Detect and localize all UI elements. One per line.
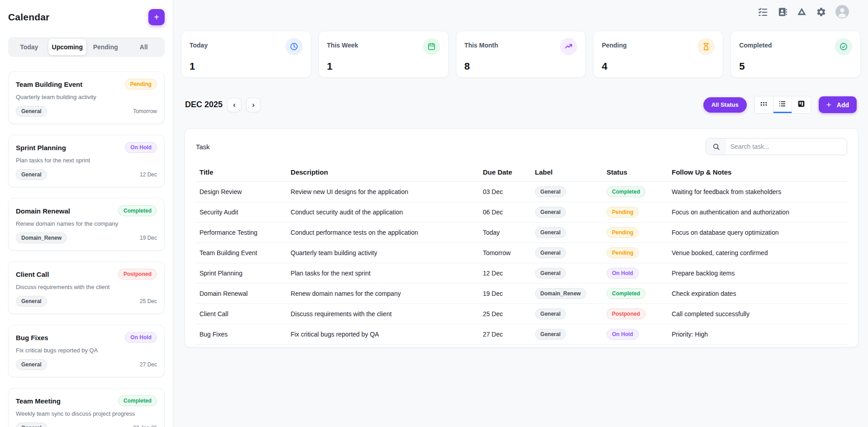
- cell-notes: Call completed successfully: [668, 304, 847, 324]
- settings-gear-icon[interactable]: [816, 7, 826, 17]
- task-title: Team Building Event: [16, 81, 82, 88]
- status-badge: On Hold: [125, 332, 157, 343]
- table-row[interactable]: Domain Renewal Renew domain names for th…: [196, 284, 847, 304]
- stat-card-today: Today 1: [181, 31, 311, 78]
- card-top-row: Team Building Event Pending: [16, 79, 157, 90]
- plus-icon: +: [826, 100, 831, 110]
- cell-description: Plan tasks for the next sprint: [287, 263, 479, 284]
- stat-card-pending: Pending 4: [593, 31, 723, 78]
- task-table-body: Design Review Review new UI designs for …: [196, 182, 847, 345]
- kanban-view-button[interactable]: [792, 96, 811, 113]
- sidebar-add-task-button[interactable]: +: [148, 9, 165, 25]
- status-badge: Postponed: [118, 269, 157, 280]
- plus-icon: +: [154, 12, 159, 23]
- table-row[interactable]: Sprint Planning Plan tasks for the next …: [196, 263, 847, 284]
- cell-title: Bug Fixes: [196, 324, 287, 345]
- stat-label: Today: [190, 42, 208, 49]
- task-date: 23 Jan 26: [133, 425, 157, 427]
- table-row[interactable]: Client Call Discuss requirements with th…: [196, 304, 847, 324]
- status-badge: Postponed: [607, 308, 645, 319]
- column-header-due-date: Due Date: [479, 164, 531, 182]
- checklist-icon[interactable]: [758, 7, 768, 17]
- label-badge: General: [535, 308, 566, 319]
- column-header-title: Title: [196, 164, 287, 182]
- task-description: Plan tasks for the next sprint: [16, 157, 157, 164]
- table-row[interactable]: Performance Testing Conduct performance …: [196, 223, 847, 243]
- prev-month-button[interactable]: ‹: [227, 98, 242, 112]
- hourglass-icon: [697, 38, 715, 55]
- table-row[interactable]: Security Audit Conduct security audit of…: [196, 202, 847, 223]
- label-badge: General: [535, 268, 566, 279]
- clock-icon: [285, 38, 303, 55]
- label-badge: General: [16, 106, 47, 117]
- cell-label: General: [531, 324, 603, 345]
- list-view-button[interactable]: [773, 96, 792, 113]
- grid-icon: [759, 100, 768, 110]
- sidebar-task-card[interactable]: Team Building Event Pending Quarterly te…: [8, 71, 165, 124]
- table-row[interactable]: Team Building Event Quarterly team build…: [196, 243, 847, 263]
- sidebar-filter-tabs: Today Upcoming Pending All: [8, 37, 165, 57]
- sidebar-tab[interactable]: Today: [10, 39, 48, 55]
- table-row[interactable]: Design Review Review new UI designs for …: [196, 182, 847, 202]
- cell-label: General: [531, 182, 603, 202]
- table-panel-header: Task: [196, 138, 847, 155]
- cell-notes: Waiting for feedback from stakeholders: [668, 182, 847, 202]
- task-title: Domain Renewal: [16, 207, 70, 215]
- stat-label: This Week: [327, 42, 358, 49]
- label-badge: Domain_Renew: [535, 288, 586, 299]
- cell-status: Completed: [603, 284, 668, 304]
- cell-title: Team Building Event: [196, 243, 287, 263]
- cell-title: Design Review: [196, 182, 287, 202]
- sidebar-task-card[interactable]: Bug Fixes On Hold Fix critical bugs repo…: [8, 325, 165, 377]
- user-avatar[interactable]: [835, 5, 849, 19]
- sidebar-tab[interactable]: All: [125, 39, 163, 55]
- cell-notes: Venue booked, catering confirmed: [668, 243, 847, 263]
- label-badge: General: [535, 207, 566, 218]
- cell-label: Domain_Renew: [531, 284, 603, 304]
- cell-status: Pending: [603, 243, 668, 263]
- sidebar-task-card[interactable]: Sprint Planning On Hold Plan tasks for t…: [8, 135, 165, 187]
- card-bottom-row: General 23 Jan 26: [16, 422, 157, 427]
- sidebar-task-card[interactable]: Team Meeting Completed Weekly team sync …: [8, 388, 165, 427]
- search-input[interactable]: [726, 143, 847, 150]
- cell-status: On Hold: [603, 324, 668, 345]
- column-header-status: Status: [603, 164, 668, 182]
- cell-due-date: 03 Dec: [479, 182, 531, 202]
- stat-value: 5: [739, 61, 852, 72]
- task-table: Title Description Due Date Label Status …: [196, 164, 847, 345]
- task-title: Bug Fixes: [16, 334, 48, 342]
- table-row[interactable]: Bug Fixes Fix critical bugs reported by …: [196, 324, 847, 345]
- status-badge: Pending: [607, 247, 639, 258]
- month-navigation: DEC 2025 ‹ ›: [185, 98, 261, 112]
- status-filter-button[interactable]: All Status: [703, 97, 747, 113]
- tab-label: All: [140, 43, 148, 51]
- sidebar-task-card[interactable]: Domain Renewal Completed Renew domain na…: [8, 198, 165, 251]
- label-badge: General: [16, 296, 47, 307]
- search-icon: [706, 138, 726, 155]
- stats-row: Today 1 This Week 1 This Month: [181, 31, 861, 78]
- label-badge: General: [535, 186, 566, 197]
- cell-description: Quarterly team building activity: [287, 243, 479, 263]
- cell-description: Fix critical bugs reported by QA: [287, 324, 479, 345]
- sidebar-tab[interactable]: Upcoming: [48, 39, 87, 55]
- task-table-panel: Task Title Description Due Date Label S: [185, 128, 859, 347]
- column-header-notes: Follow Up & Notes: [668, 164, 847, 182]
- label-badge: General: [535, 227, 566, 238]
- task-description: Fix critical bugs reported by QA: [16, 347, 157, 354]
- grid-view-button[interactable]: [755, 96, 773, 113]
- cell-status: Completed: [603, 182, 668, 202]
- next-month-button[interactable]: ›: [246, 98, 261, 112]
- contacts-icon[interactable]: [777, 7, 787, 17]
- drive-icon[interactable]: [797, 7, 807, 17]
- status-badge: Completed: [118, 395, 157, 406]
- sidebar-tab[interactable]: Pending: [86, 39, 125, 55]
- task-search: [706, 138, 847, 155]
- table-header-row: Title Description Due Date Label Status …: [196, 164, 847, 182]
- add-task-button[interactable]: + Add: [819, 96, 857, 113]
- cell-description: Renew domain names for the company: [287, 284, 479, 304]
- chevron-left-icon: ‹: [233, 101, 236, 109]
- sidebar-task-card[interactable]: Client Call Postponed Discuss requiremen…: [8, 261, 165, 314]
- task-title: Sprint Planning: [16, 144, 66, 152]
- stat-label: Completed: [739, 42, 772, 49]
- status-badge: Completed: [607, 288, 645, 299]
